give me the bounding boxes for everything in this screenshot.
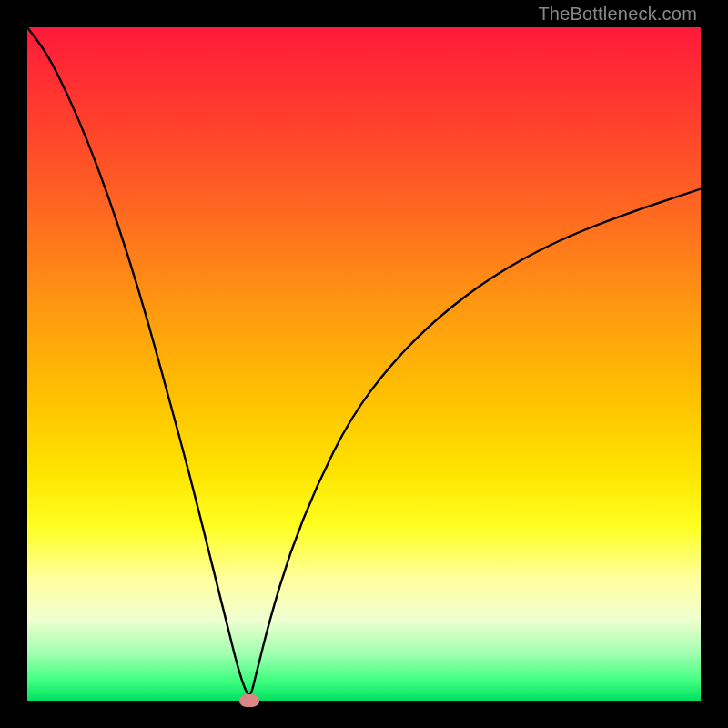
plot-area: [27, 27, 701, 701]
optimal-point-marker: [239, 694, 259, 707]
bottleneck-curve: [27, 27, 701, 701]
chart-frame: TheBottleneck.com: [0, 0, 728, 728]
watermark-label: TheBottleneck.com: [538, 4, 697, 25]
